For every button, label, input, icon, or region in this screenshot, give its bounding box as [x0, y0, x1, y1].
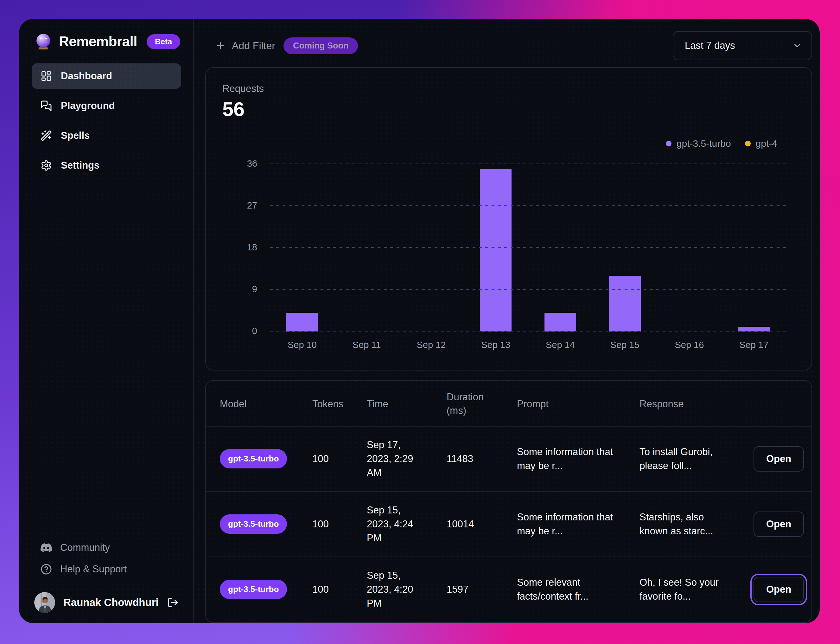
- sidebar-item-label: Settings: [61, 160, 100, 171]
- y-axis-tick: 36: [222, 158, 257, 169]
- bar[interactable]: [480, 169, 511, 332]
- chevron-down-icon: [793, 41, 802, 50]
- column-header: Prompt: [517, 397, 640, 411]
- column-header: Duration (ms): [447, 390, 497, 418]
- x-axis-tick: Sep 14: [528, 340, 593, 350]
- response-cell: Oh, I see! So your favorite fo...: [640, 575, 753, 603]
- discord-icon: [41, 543, 52, 552]
- x-axis-tick: Sep 17: [722, 340, 786, 350]
- coming-soon-badge: Coming Soon: [283, 38, 358, 54]
- legend-label: gpt-3.5-turbo: [676, 138, 731, 149]
- x-axis-tick: Sep 12: [399, 340, 464, 350]
- column-header: Model: [220, 397, 312, 411]
- response-cell: Starships, also known as starc...: [640, 510, 753, 538]
- avatar[interactable]: [34, 592, 55, 613]
- settings-icon: [41, 160, 52, 171]
- filter-group: Add Filter Coming Soon: [215, 38, 358, 54]
- footer-item-label: Community: [60, 542, 110, 554]
- legend-item: gpt-3.5-turbo: [666, 138, 731, 149]
- sidebar: Remembrall Beta Dashboard Playgrou: [19, 19, 194, 623]
- playground-icon: [41, 100, 52, 112]
- legend-item: gpt-4: [745, 138, 777, 149]
- bar-column: [334, 164, 399, 332]
- tokens-cell: 100: [312, 583, 367, 596]
- bar-column: [270, 164, 334, 332]
- help-icon: [41, 564, 52, 575]
- x-axis-tick: Sep 11: [334, 340, 399, 350]
- table-header: ModelTokensTimeDuration (ms)PromptRespon…: [206, 381, 812, 427]
- time-cell: Sep 17, 2023, 2:29 AM: [367, 438, 447, 480]
- date-range-select[interactable]: Last 7 days: [673, 31, 812, 60]
- duration-cell: 11483: [447, 452, 517, 466]
- gridline: [270, 331, 786, 332]
- sidebar-item-label: Playground: [61, 100, 115, 112]
- requests-table-card: ModelTokensTimeDuration (ms)PromptRespon…: [205, 380, 812, 623]
- model-badge: gpt-3.5-turbo: [220, 449, 287, 468]
- open-button[interactable]: Open: [753, 577, 804, 602]
- user-name: Raunak Chowdhuri: [63, 596, 159, 608]
- x-axis-tick: Sep 10: [270, 340, 334, 350]
- model-badge: gpt-3.5-turbo: [220, 580, 287, 599]
- date-range-value: Last 7 days: [685, 40, 735, 51]
- sidebar-item-playground[interactable]: Playground: [32, 93, 181, 118]
- sidebar-item-dashboard[interactable]: Dashboard: [32, 63, 181, 89]
- sidebar-item-label: Spells: [61, 130, 90, 141]
- open-button[interactable]: Open: [753, 511, 804, 537]
- bar-column: [657, 164, 722, 332]
- gridline: [270, 247, 786, 248]
- sidebar-footer: Community Help & Support: [32, 538, 181, 616]
- bar[interactable]: [544, 313, 576, 332]
- legend-label: gpt-4: [756, 138, 777, 149]
- sidebar-item-settings[interactable]: Settings: [32, 153, 181, 178]
- time-cell: Sep 15, 2023, 4:20 PM: [367, 568, 447, 610]
- dashboard-icon: [41, 71, 52, 82]
- user-row: Raunak Chowdhuri: [32, 592, 181, 616]
- main-content: Add Filter Coming Soon Last 7 days Reque…: [194, 19, 820, 623]
- model-cell: gpt-3.5-turbo: [220, 514, 312, 534]
- bar[interactable]: [609, 276, 641, 332]
- table-row: gpt-3.5-turbo 100 Sep 17, 2023, 2:29 AM …: [206, 427, 812, 492]
- x-axis-tick: Sep 15: [593, 340, 657, 350]
- y-axis-tick: 0: [222, 326, 257, 336]
- sidebar-nav: Dashboard Playground Spells: [32, 63, 181, 178]
- legend-dot-icon: [745, 141, 751, 146]
- response-cell: To install Gurobi, please foll...: [640, 445, 753, 473]
- sidebar-item-spells[interactable]: Spells: [32, 123, 181, 148]
- bar[interactable]: [287, 313, 318, 332]
- app-window: Remembrall Beta Dashboard Playgrou: [19, 19, 820, 623]
- prompt-cell: Some information that may be r...: [517, 510, 640, 538]
- gridline: [270, 205, 786, 206]
- prompt-cell: Some relevant facts/context fr...: [517, 575, 640, 603]
- add-filter-label: Add Filter: [232, 40, 275, 52]
- y-axis-tick: 9: [222, 284, 257, 294]
- logout-icon[interactable]: [167, 597, 178, 608]
- x-axis-tick: Sep 13: [463, 340, 528, 350]
- chart-x-axis: Sep 10Sep 11Sep 12Sep 13Sep 14Sep 15Sep …: [270, 340, 786, 350]
- chart-bars: [270, 164, 786, 332]
- open-button[interactable]: Open: [753, 446, 804, 472]
- table-row: gpt-3.5-turbo 100 Sep 15, 2023, 4:24 PM …: [206, 492, 812, 557]
- y-axis-tick: 18: [222, 242, 257, 253]
- page-background: Remembrall Beta Dashboard Playgrou: [0, 0, 840, 644]
- add-filter-button[interactable]: Add Filter: [215, 40, 275, 52]
- table-row: gpt-3.5-turbo 100 Sep 15, 2023, 4:20 PM …: [206, 557, 812, 623]
- table-body: gpt-3.5-turbo 100 Sep 17, 2023, 2:29 AM …: [206, 427, 812, 623]
- bar-column: [528, 164, 593, 332]
- prompt-cell: Some information that may be r...: [517, 445, 640, 473]
- bar-column: [722, 164, 786, 332]
- y-axis-tick: 27: [222, 200, 257, 211]
- footer-item-label: Help & Support: [60, 564, 127, 575]
- bar-column: [593, 164, 657, 332]
- tokens-cell: 100: [312, 517, 367, 531]
- gridline: [270, 164, 786, 164]
- sidebar-item-community[interactable]: Community: [32, 538, 181, 557]
- crystal-ball-logo: [34, 32, 52, 51]
- sidebar-item-help-support[interactable]: Help & Support: [32, 560, 181, 579]
- app-title: Remembrall: [59, 34, 137, 49]
- logo-row: Remembrall Beta: [32, 32, 181, 51]
- gridline: [270, 289, 786, 290]
- requests-label: Requests: [222, 83, 795, 94]
- model-cell: gpt-3.5-turbo: [220, 580, 312, 599]
- x-axis-tick: Sep 16: [657, 340, 722, 350]
- plus-icon: [215, 41, 226, 51]
